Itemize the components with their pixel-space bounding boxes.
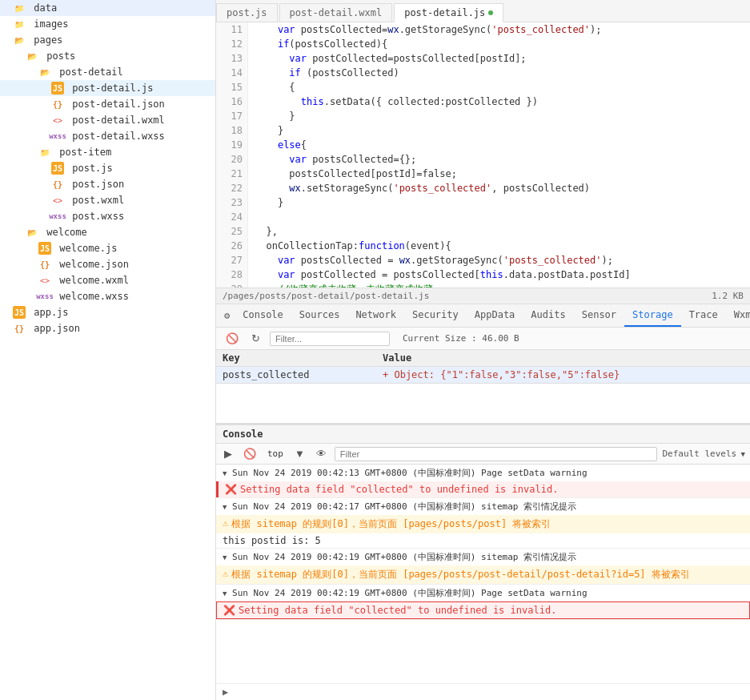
storage-toolbar: 🚫 ↻ Current Size : 46.00 B: [216, 328, 750, 350]
json-icon: {}: [13, 322, 26, 335]
sidebar-item-posts[interactable]: 📂 posts: [0, 48, 215, 64]
sidebar-item-app-json[interactable]: {} app.json: [0, 320, 215, 336]
sidebar-item-label: images: [28, 18, 69, 30]
line-number: 28: [216, 268, 243, 282]
console-eye-button[interactable]: 👁: [313, 446, 330, 461]
console-message-header: Sun Nov 24 2019 00:42:17 GMT+0800 (中国标准时…: [216, 498, 750, 515]
console-execute-button[interactable]: ▶: [221, 446, 235, 461]
wxml-icon: <>: [38, 274, 51, 287]
sidebar-item-post-wxml[interactable]: <> post.wxml: [0, 192, 215, 208]
devtools-tab-security[interactable]: Security: [404, 304, 467, 327]
sidebar-item-welcome-wxss[interactable]: wxss welcome.wxss: [0, 288, 215, 304]
sidebar-item-label: post.wxml: [66, 195, 124, 206]
refresh-storage-button[interactable]: ↻: [248, 331, 263, 346]
devtools-tab-trace[interactable]: Trace: [681, 304, 726, 327]
storage-size-info: Current Size : 46.00 B: [403, 333, 519, 344]
sidebar-item-welcome-js[interactable]: JS welcome.js: [0, 240, 215, 256]
code-line: var postCollected = postsCollected[this.…: [255, 268, 750, 282]
sidebar-item-label: app.json: [28, 323, 80, 334]
sidebar-item-post-json[interactable]: {} post.json: [0, 176, 215, 192]
sidebar-item-data[interactable]: 📁 data: [0, 0, 215, 16]
code-line: else{: [255, 138, 750, 152]
tab-post-detail-js[interactable]: post-detail.js: [394, 3, 503, 22]
sidebar-item-post-detail-wxml[interactable]: <> post-detail.wxml: [0, 112, 215, 128]
storage-row[interactable]: posts_collected+ Object: {"1":false,"3":…: [216, 367, 750, 384]
console-filter-input[interactable]: [335, 447, 658, 461]
sidebar-item-label: app.js: [28, 307, 69, 318]
code-line: {: [255, 80, 750, 95]
col-value-header: Value: [383, 352, 744, 364]
console-warn-message: ⚠根据 sitemap 的规则[0]，当前页面 [pages/posts/pos…: [216, 565, 750, 584]
line-number: 16: [216, 95, 243, 109]
json-icon: {}: [51, 178, 64, 191]
storage-value: + Object: {"1":false,"3":false,"5":false…: [383, 369, 744, 380]
sidebar-item-welcome[interactable]: 📂 welcome: [0, 224, 215, 240]
console-dropdown-button[interactable]: ▼: [291, 446, 308, 461]
console-message-group: Sun Nov 24 2019 00:42:13 GMT+0800 (中国标准时…: [216, 465, 750, 498]
js-icon: JS: [51, 162, 64, 175]
expand-icon[interactable]: [223, 501, 227, 512]
code-lines: var postsCollected=wx.getStorageSync('po…: [248, 22, 750, 288]
sidebar-item-label: pages: [28, 34, 62, 46]
sidebar-item-post-detail[interactable]: 📂 post-detail: [0, 64, 215, 80]
line-number: 17: [216, 109, 243, 123]
code-line: }: [255, 123, 750, 138]
sidebar-item-label: post-detail.js: [66, 82, 153, 94]
expand-icon[interactable]: [223, 588, 227, 598]
expand-icon[interactable]: [223, 552, 227, 562]
devtools-tab-appdata[interactable]: AppData: [467, 304, 523, 327]
console-message-header: Sun Nov 24 2019 00:42:19 GMT+0800 (中国标准时…: [216, 549, 750, 565]
devtools-tab-wxml[interactable]: Wxml: [726, 304, 750, 327]
sidebar-item-label: post.json: [66, 179, 124, 190]
devtools-tab-network[interactable]: Network: [347, 304, 404, 327]
line-number: 12: [216, 37, 243, 51]
line-number: 29: [216, 282, 243, 288]
console-message-header: Sun Nov 24 2019 00:42:19 GMT+0800 (中国标准时…: [216, 585, 750, 601]
line-number: 26: [216, 239, 243, 253]
sidebar-item-label: posts: [41, 50, 75, 62]
devtools-tab-storage[interactable]: Storage: [624, 304, 681, 327]
sidebar-item-app-js[interactable]: JS app.js: [0, 304, 215, 320]
console-message-group: Sun Nov 24 2019 00:42:19 GMT+0800 (中国标准时…: [216, 549, 750, 585]
devtools-tab-console[interactable]: Console: [235, 304, 291, 327]
sidebar-item-post-detail-wxss[interactable]: wxss post-detail.wxss: [0, 128, 215, 144]
line-number: 15: [216, 80, 243, 95]
tab-post-js[interactable]: post.js: [216, 3, 278, 22]
sidebar-item-post-detail-json[interactable]: {} post-detail.json: [0, 96, 215, 112]
storage-filter-input[interactable]: [270, 332, 390, 346]
line-number: 23: [216, 195, 243, 210]
console-prompt-icon: ▶: [223, 686, 228, 698]
line-number: 14: [216, 66, 243, 80]
clear-storage-button[interactable]: 🚫: [223, 331, 242, 346]
code-line: if(postsCollected){: [255, 37, 750, 51]
console-header: Console: [216, 425, 750, 444]
console-message-group: Sun Nov 24 2019 00:42:17 GMT+0800 (中国标准时…: [216, 498, 750, 549]
tab-post-detail-wxml[interactable]: post-detail.wxml: [279, 3, 393, 22]
sidebar-item-label: welcome: [41, 227, 87, 238]
console-stop-button[interactable]: 🚫: [240, 446, 259, 461]
sidebar-item-label: welcome.wxss: [54, 291, 129, 302]
json-icon: {}: [51, 98, 64, 111]
sidebar-item-post-item[interactable]: 📁 post-item: [0, 144, 215, 160]
devtools-tab-sensor[interactable]: Sensor: [574, 304, 624, 327]
sidebar-item-post-js[interactable]: JS post.js: [0, 160, 215, 176]
sidebar-item-post-wxss[interactable]: wxss post.wxss: [0, 208, 215, 224]
sidebar-item-pages[interactable]: 📂 pages: [0, 32, 215, 48]
file-size: 1.2 KB: [712, 291, 744, 301]
folder-icon: 📁: [38, 146, 51, 159]
sidebar-item-welcome-wxml[interactable]: <> welcome.wxml: [0, 272, 215, 288]
expand-icon[interactable]: [223, 468, 227, 478]
code-line: },: [255, 224, 750, 239]
line-number: 18: [216, 123, 243, 138]
code-container: 1112131415161718192021222324252627282930…: [216, 22, 750, 288]
devtools-tab-audits[interactable]: Audits: [523, 304, 573, 327]
console-messages: Sun Nov 24 2019 00:42:13 GMT+0800 (中国标准时…: [216, 465, 750, 683]
folder-icon: 📁: [13, 2, 26, 14]
code-line: }: [255, 195, 750, 210]
warn-text: 根据 sitemap 的规则[0]，当前页面 [pages/posts/post…: [231, 568, 744, 581]
sidebar-item-images[interactable]: 📁 images: [0, 16, 215, 32]
devtools-tab-sources[interactable]: Sources: [291, 304, 348, 327]
sidebar-item-post-detail-js[interactable]: JS post-detail.js: [0, 80, 215, 96]
console-levels-dropdown[interactable]: Default levels: [662, 449, 745, 459]
sidebar-item-welcome-json[interactable]: {} welcome.json: [0, 256, 215, 272]
